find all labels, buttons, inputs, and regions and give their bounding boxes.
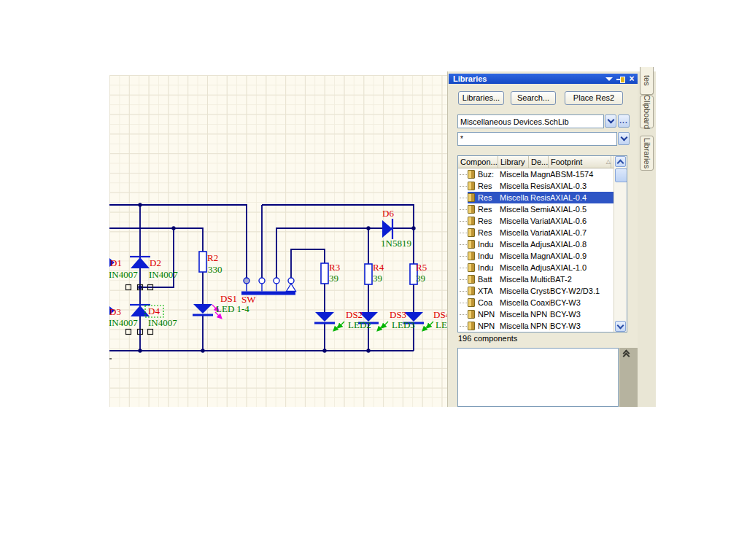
cell-description: Resist [530, 180, 550, 192]
cell-footprint: AXIAL-0.4 [550, 192, 614, 203]
tree-branch [458, 168, 468, 180]
cell-component: Res [478, 227, 500, 238]
collapse-arrow-icon [605, 77, 613, 81]
cell-component: Indu [478, 262, 500, 273]
cell-footprint: AXIAL-1.0 [550, 262, 614, 273]
component-row[interactable]: Indu Miscella Magn( AXIAL-0.9 [458, 250, 614, 262]
column-header[interactable]: Compon... [458, 156, 498, 168]
switch-SW[interactable] [241, 278, 296, 295]
cell-library: Miscella [500, 180, 530, 192]
cell-library: Miscella [500, 215, 530, 227]
component-row[interactable]: NPN Miscella NPN E BCY-W3 [458, 308, 614, 320]
component-icon [468, 263, 475, 272]
list-scrollbar[interactable] [614, 156, 627, 332]
cell-component: Res [478, 192, 500, 203]
sort-ascending-icon[interactable]: △ [606, 158, 611, 166]
side-tab-tes[interactable]: tes [640, 67, 654, 95]
tree-branch [458, 238, 468, 250]
library-select-dropdown-button[interactable] [605, 114, 616, 128]
component-rows[interactable]: Buz: Miscella Magn( ABSM-1574 Res Miscel… [458, 168, 614, 332]
library-browse-button[interactable]: ... [618, 114, 630, 128]
component-row[interactable]: Res Miscella Variat AXIAL-0.7 [458, 227, 614, 238]
cell-library: Miscella [500, 320, 530, 332]
tree-branch [458, 297, 468, 308]
component-row[interactable]: Indu Miscella Adjust AXIAL-0.8 [458, 238, 614, 250]
component-row[interactable]: NPN Miscella NPN [ BCY-W3 [458, 320, 614, 332]
component-preview-pane[interactable] [457, 348, 619, 407]
side-tab-libraries[interactable]: Libraries [640, 136, 654, 171]
component-icon [468, 193, 475, 202]
resistor-R4 [365, 264, 372, 284]
side-tab-clipboard[interactable]: Clipboard [640, 96, 654, 128]
diode-D3-D4[interactable] [130, 305, 150, 316]
cell-description: Variat [530, 215, 550, 227]
component-row[interactable]: Res Miscella Semic AXIAL-0.5 [458, 203, 614, 215]
cell-component: XTA [478, 285, 500, 297]
column-header[interactable]: De... [529, 156, 549, 168]
component-list[interactable]: Compon... Library De... Footprint △ Buz:… [457, 155, 627, 332]
column-header[interactable]: Footprint [549, 156, 611, 168]
resistors[interactable] [199, 252, 417, 284]
collapse-preview-button[interactable] [622, 351, 631, 358]
wire [109, 205, 247, 278]
filter-dropdown-button[interactable] [618, 132, 630, 145]
component-row[interactable]: Res Miscella Resist AXIAL-0.3 [458, 180, 614, 192]
cell-description: Crysta [530, 285, 550, 297]
cell-footprint: BCY-W2/D3.1 [550, 285, 614, 297]
close-panel-button[interactable]: × [627, 74, 636, 84]
cell-component: NPN [478, 332, 500, 332]
led-DS3[interactable] [358, 312, 388, 330]
component-row[interactable]: Coa Miscella Coaxia BCY-W3 [458, 297, 614, 308]
cell-footprint: BAT-2 [550, 273, 614, 285]
place-component-button[interactable]: Place Res2 [565, 91, 623, 105]
component-row[interactable]: Indu Miscella Adjust AXIAL-1.0 [458, 262, 614, 273]
component-row[interactable]: Buz: Miscella Magn( ABSM-1574 [458, 168, 614, 180]
diode-D1-D2[interactable] [130, 257, 150, 268]
led-DS4[interactable] [403, 312, 433, 330]
switch-contact [259, 278, 265, 284]
cell-description: NPN [ [530, 320, 550, 332]
led-DS2[interactable] [314, 312, 344, 330]
cell-description: Magn( [530, 250, 550, 262]
component-row[interactable]: Res Miscella Resist AXIAL-0.4 [458, 192, 614, 203]
scroll-down-button[interactable] [615, 321, 626, 332]
cell-library: Miscella [500, 250, 530, 262]
auto-hide-pin-icon [616, 76, 626, 82]
ellipsis-icon: ... [619, 118, 627, 124]
cell-footprint: BCY-W3 [550, 332, 614, 332]
component-row[interactable]: XTA Miscella Crysta BCY-W2/D3.1 [458, 285, 614, 297]
library-select[interactable]: Miscellaneous Devices.SchLib [457, 114, 604, 128]
scrollbar-thumb[interactable] [615, 168, 627, 182]
component-row[interactable]: NPN Miscella NPN BCY-W3 [458, 332, 614, 332]
component-icon [468, 322, 475, 330]
scroll-up-button[interactable] [615, 156, 626, 167]
auto-hide-pin-button[interactable] [616, 74, 627, 84]
tree-branch [458, 180, 468, 192]
search-button[interactable]: Search... [511, 91, 556, 105]
cell-description: Semic [530, 203, 550, 215]
cell-description: Adjust [530, 238, 550, 250]
libraries-button[interactable]: Libraries... [458, 91, 504, 105]
cell-description: Adjust [530, 262, 550, 273]
component-list-header[interactable]: Compon... Library De... Footprint [458, 156, 614, 168]
component-row[interactable]: Res Miscella Variat AXIAL-0.6 [458, 215, 614, 227]
component-count-status: 196 components [458, 334, 517, 343]
schematic-drawing[interactable] [109, 75, 447, 407]
led-DS1[interactable] [193, 304, 221, 318]
cell-component: Indu [478, 250, 500, 262]
component-icon [468, 205, 475, 214]
panel-titlebar[interactable]: Libraries × [449, 74, 638, 84]
wire [291, 249, 325, 278]
tree-branch [458, 332, 468, 332]
application-window: D1 D2 IN4007 IN4007 D3 D4 IN4007 IN4007 … [0, 0, 747, 560]
cell-footprint: BCY-W3 [550, 308, 614, 320]
component-row[interactable]: Batt Miscella Multic BAT-2 [458, 273, 614, 285]
column-header[interactable]: Library [498, 156, 529, 168]
diode-D6[interactable] [382, 219, 392, 239]
resistor-R2 [199, 252, 206, 272]
wire [262, 205, 414, 228]
panel-menu-button[interactable] [604, 74, 614, 84]
component-icon [468, 310, 475, 319]
filter-input[interactable]: * [457, 132, 617, 146]
tree-branch [458, 273, 468, 285]
